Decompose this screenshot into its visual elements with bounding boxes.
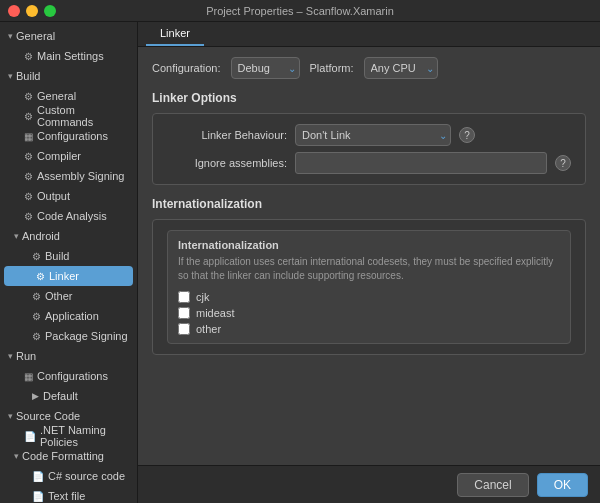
ignore-assemblies-input[interactable] <box>295 152 547 174</box>
window-controls[interactable] <box>8 5 56 17</box>
gear-icon: ⚙ <box>24 91 33 102</box>
sidebar-group-label-source-code: Source Code <box>16 410 80 422</box>
doc-icon: 📄 <box>32 471 44 482</box>
sidebar: ▾ General ⚙ Main Settings ▾ Build ⚙ Gene… <box>0 22 138 503</box>
gear-icon: ⚙ <box>32 291 41 302</box>
minimize-button[interactable] <box>26 5 38 17</box>
gear-icon: ⚙ <box>32 331 41 342</box>
sidebar-group-label-code-formatting: Code Formatting <box>22 450 104 462</box>
sidebar-group-label-android: Android <box>22 230 60 242</box>
content-panel: Configuration: Debug Release ⌄ Platform:… <box>138 47 600 465</box>
config-row: Configuration: Debug Release ⌄ Platform:… <box>152 57 586 79</box>
gear-icon: ⚙ <box>24 171 33 182</box>
linker-behaviour-select-wrapper: Don't Link Link SDK assemblies only Link… <box>295 124 451 146</box>
checkbox-cjk-label: cjk <box>196 291 209 303</box>
configuration-label: Configuration: <box>152 62 221 74</box>
sidebar-item-compiler[interactable]: ⚙ Compiler <box>0 146 137 166</box>
chevron-down-icon: ▾ <box>8 31 13 41</box>
window-title: Project Properties – Scanflow.Xamarin <box>206 5 394 17</box>
linker-options-section: Linker Behaviour: Don't Link Link SDK as… <box>152 113 586 185</box>
gear-icon: ⚙ <box>24 211 33 222</box>
checkbox-mideast-input[interactable] <box>178 307 190 319</box>
ignore-assemblies-label: Ignore assemblies: <box>167 157 287 169</box>
main-layout: ▾ General ⚙ Main Settings ▾ Build ⚙ Gene… <box>0 22 600 503</box>
linker-behaviour-help-button[interactable]: ? <box>459 127 475 143</box>
checkbox-mideast-label: mideast <box>196 307 235 319</box>
sidebar-item-build-general[interactable]: ⚙ General <box>0 86 137 106</box>
linker-behaviour-label: Linker Behaviour: <box>167 129 287 141</box>
tab-linker[interactable]: Linker <box>146 22 204 46</box>
grid-icon: ▦ <box>24 371 33 382</box>
gear-icon: ⚙ <box>24 51 33 62</box>
checkbox-cjk-input[interactable] <box>178 291 190 303</box>
footer: Cancel OK <box>138 465 600 503</box>
sidebar-group-code-formatting[interactable]: ▾ Code Formatting <box>0 446 137 466</box>
grid-icon: ▦ <box>24 131 33 142</box>
sidebar-group-build[interactable]: ▾ Build <box>0 66 137 86</box>
ignore-assemblies-row: Ignore assemblies: ? <box>167 152 571 174</box>
maximize-button[interactable] <box>44 5 56 17</box>
sidebar-item-custom-commands[interactable]: ⚙ Custom Commands <box>0 106 137 126</box>
ok-button[interactable]: OK <box>537 473 588 497</box>
sidebar-group-general[interactable]: ▾ General <box>0 26 137 46</box>
platform-select[interactable]: Any CPU x86 x64 ARM <box>364 57 438 79</box>
internationalization-description: If the application uses certain internat… <box>178 255 560 283</box>
sidebar-item-run-configurations[interactable]: ▦ Configurations <box>0 366 137 386</box>
sidebar-group-run[interactable]: ▾ Run <box>0 346 137 366</box>
sidebar-group-label-run: Run <box>16 350 36 362</box>
sidebar-item-main-settings[interactable]: ⚙ Main Settings <box>0 46 137 66</box>
chevron-down-icon: ▾ <box>8 351 13 361</box>
linker-behaviour-row: Linker Behaviour: Don't Link Link SDK as… <box>167 124 571 146</box>
gear-icon: ⚙ <box>24 111 33 122</box>
sidebar-item-configurations[interactable]: ▦ Configurations <box>0 126 137 146</box>
sidebar-group-label-general: General <box>16 30 55 42</box>
sidebar-item-linker[interactable]: ⚙ Linker <box>4 266 133 286</box>
sidebar-item-other[interactable]: ⚙ Other <box>0 286 137 306</box>
cancel-button[interactable]: Cancel <box>457 473 528 497</box>
sidebar-item-package-signing[interactable]: ⚙ Package Signing <box>0 326 137 346</box>
sidebar-item-net-naming[interactable]: 📄 .NET Naming Policies <box>0 426 137 446</box>
checkbox-other-input[interactable] <box>178 323 190 335</box>
content-area: Linker Configuration: Debug Release ⌄ Pl… <box>138 22 600 503</box>
platform-select-wrapper: Any CPU x86 x64 ARM ⌄ <box>364 57 438 79</box>
titlebar: Project Properties – Scanflow.Xamarin <box>0 0 600 22</box>
internationalization-section: Internationalization If the application … <box>152 219 586 355</box>
checkbox-other[interactable]: other <box>178 323 560 335</box>
configuration-select[interactable]: Debug Release <box>231 57 300 79</box>
internationalization-checkbox-list: cjk mideast other <box>178 291 560 335</box>
doc-icon: 📄 <box>24 431 36 442</box>
platform-label: Platform: <box>310 62 354 74</box>
configuration-select-wrapper: Debug Release ⌄ <box>231 57 300 79</box>
gear-icon: ⚙ <box>24 151 33 162</box>
internationalization-title: Internationalization <box>178 239 560 251</box>
sidebar-item-output[interactable]: ⚙ Output <box>0 186 137 206</box>
sidebar-group-label-build: Build <box>16 70 40 82</box>
sidebar-item-csharp-source[interactable]: 📄 C# source code <box>0 466 137 486</box>
doc-icon: 📄 <box>32 491 44 502</box>
play-icon: ▶ <box>32 391 39 401</box>
chevron-down-icon: ▾ <box>8 411 13 421</box>
sidebar-item-default[interactable]: ▶ Default <box>0 386 137 406</box>
sidebar-item-application[interactable]: ⚙ Application <box>0 306 137 326</box>
checkbox-cjk[interactable]: cjk <box>178 291 560 303</box>
checkbox-mideast[interactable]: mideast <box>178 307 560 319</box>
sidebar-item-android-build[interactable]: ⚙ Build <box>0 246 137 266</box>
chevron-down-icon: ▾ <box>14 451 19 461</box>
checkbox-other-label: other <box>196 323 221 335</box>
sidebar-item-assembly-signing[interactable]: ⚙ Assembly Signing <box>0 166 137 186</box>
sidebar-item-text-file[interactable]: 📄 Text file <box>0 486 137 503</box>
close-button[interactable] <box>8 5 20 17</box>
internationalization-inner: Internationalization If the application … <box>167 230 571 344</box>
gear-icon: ⚙ <box>36 271 45 282</box>
gear-icon: ⚙ <box>32 251 41 262</box>
chevron-down-icon: ▾ <box>14 231 19 241</box>
ignore-assemblies-help-button[interactable]: ? <box>555 155 571 171</box>
linker-behaviour-select[interactable]: Don't Link Link SDK assemblies only Link… <box>295 124 451 146</box>
internationalization-header: Internationalization <box>152 197 586 211</box>
gear-icon: ⚙ <box>32 311 41 322</box>
chevron-down-icon: ▾ <box>8 71 13 81</box>
sidebar-item-code-analysis[interactable]: ⚙ Code Analysis <box>0 206 137 226</box>
linker-options-header: Linker Options <box>152 91 586 105</box>
sidebar-group-source-code[interactable]: ▾ Source Code <box>0 406 137 426</box>
sidebar-group-android[interactable]: ▾ Android <box>0 226 137 246</box>
